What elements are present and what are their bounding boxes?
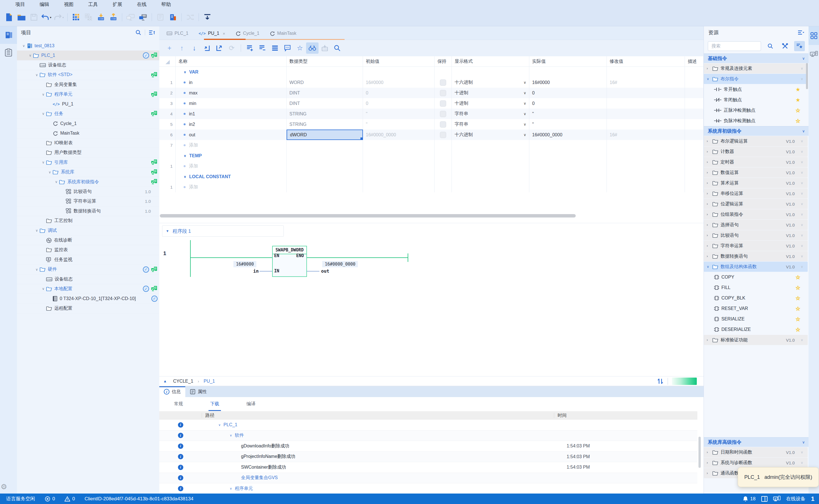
chevron-down-icon[interactable]: ∨: [523, 133, 526, 137]
tree-item[interactable]: 任务监视: [17, 255, 159, 265]
output-operand[interactable]: out: [321, 268, 329, 274]
tree-item[interactable]: ∨程序单元: [17, 90, 159, 99]
description-cell[interactable]: [685, 77, 704, 88]
tree-item[interactable]: 数据转换语句1.0: [17, 206, 159, 216]
favorite-star-icon[interactable]: ★: [796, 86, 800, 93]
name-cell[interactable]: out: [176, 130, 287, 140]
chevron-down-icon[interactable]: ∨: [523, 80, 526, 85]
format-cell[interactable]: 十六进制∨: [452, 130, 529, 140]
retain-cell[interactable]: [435, 119, 452, 130]
chevron-right-icon[interactable]: ›: [707, 233, 712, 237]
chevron-down-icon[interactable]: ∨: [230, 434, 232, 437]
resource-category[interactable]: ›常规及连接元素∨: [704, 63, 808, 74]
retain-checkbox[interactable]: [440, 90, 446, 96]
menu-item-3[interactable]: 工具: [81, 1, 105, 8]
modify-value-cell[interactable]: [607, 98, 685, 109]
chevron-down-icon[interactable]: ∨: [34, 73, 40, 77]
retain-cell[interactable]: [435, 130, 452, 140]
initial-value-cell[interactable]: '': [363, 109, 435, 119]
chevron-down-icon[interactable]: ∨: [802, 129, 805, 133]
description-cell[interactable]: [685, 98, 704, 109]
menu-item-6[interactable]: 帮助: [154, 1, 178, 8]
section-row[interactable]: ∨TEMP: [176, 150, 287, 161]
catalog-button[interactable]: [0, 44, 17, 61]
actual-value-cell[interactable]: 0: [529, 88, 607, 98]
resource-item[interactable]: RESET_VAR☆: [704, 303, 808, 314]
description-cell[interactable]: [685, 119, 704, 130]
tree-item[interactable]: 用户数据类型: [17, 148, 159, 158]
column-header[interactable]: 实际值: [529, 56, 607, 67]
column-header[interactable]: 数据类型: [287, 56, 363, 67]
subtab-1[interactable]: 下载: [210, 401, 219, 411]
chevron-down-icon[interactable]: ∨: [801, 171, 803, 175]
log-path-cell[interactable]: ∨PLC_1: [202, 422, 554, 427]
chevron-down-icon[interactable]: ∨: [801, 450, 803, 454]
resource-category[interactable]: ›位组装指令V1.0∨: [704, 209, 808, 219]
project-view-button[interactable]: [0, 26, 17, 44]
favorite-button[interactable]: ☆: [294, 42, 306, 54]
chevron-right-icon[interactable]: ›: [707, 66, 712, 70]
resource-category[interactable]: ›数值运算V1.0∨: [704, 167, 808, 178]
new-file-button[interactable]: [3, 12, 15, 23]
tree-item[interactable]: 工艺控制: [17, 216, 159, 226]
name-cell[interactable]: max: [176, 88, 287, 98]
resource-section-header[interactable]: 系统库初级指令∨: [704, 126, 809, 136]
horizontal-scrollbar[interactable]: [160, 214, 702, 217]
description-cell[interactable]: [685, 88, 704, 98]
chevron-right-icon[interactable]: ›: [707, 254, 712, 258]
chevron-down-icon[interactable]: ∨: [40, 92, 46, 96]
log-row[interactable]: i∨软件: [159, 430, 697, 441]
initial-value-cell[interactable]: 16#0000_0000: [363, 130, 435, 140]
menu-item-5[interactable]: 在线: [130, 1, 154, 8]
chevron-down-icon[interactable]: ∨: [801, 150, 803, 154]
log-path-cell[interactable]: ∨程序单元: [202, 486, 554, 492]
add-variable-button[interactable]: +: [163, 42, 176, 54]
format-cell[interactable]: 十六进制∨: [452, 77, 529, 88]
tools-icon[interactable]: [780, 41, 790, 51]
favorite-star-icon[interactable]: ☆: [796, 274, 800, 281]
initial-value-cell[interactable]: 16#0000: [363, 77, 435, 88]
upload-from-device-button[interactable]: IIOO: [107, 12, 120, 23]
favorite-star-icon[interactable]: ☆: [796, 295, 800, 301]
column-header[interactable]: 保持: [435, 56, 452, 67]
log-path-cell[interactable]: ∨软件: [202, 432, 554, 438]
resource-item[interactable]: FILL☆: [704, 283, 808, 293]
dropdown-caret-icon[interactable]: ▾: [50, 16, 51, 19]
list-view-button[interactable]: [269, 42, 281, 54]
delete-row-button[interactable]: [256, 42, 269, 54]
favorite-star-icon[interactable]: ☆: [796, 326, 800, 333]
retain-cell[interactable]: [435, 88, 452, 98]
tree-item[interactable]: 在线诊断: [17, 236, 159, 245]
log-row[interactable]: igDownloadInfo删除成功1:54:03 PM: [159, 441, 697, 452]
chevron-down-icon[interactable]: ∨: [801, 461, 803, 465]
column-header[interactable]: 修改值: [607, 56, 685, 67]
column-header[interactable]: 名称: [176, 56, 287, 67]
chevron-down-icon[interactable]: ∨: [523, 91, 526, 95]
type-cell[interactable]: STRING: [287, 119, 363, 130]
chevron-down-icon[interactable]: ∨: [801, 233, 803, 237]
format-cell[interactable]: 十进制∨: [452, 98, 529, 109]
chevron-down-icon[interactable]: ∨: [802, 56, 805, 61]
tree-item[interactable]: 监控表: [17, 245, 159, 255]
actual-value-cell[interactable]: 16#0000: [529, 77, 607, 88]
tree-item[interactable]: ∨PLC_1✓: [17, 51, 159, 60]
chevron-down-icon[interactable]: ∨: [218, 423, 221, 427]
add-variable-row[interactable]: 添加: [176, 161, 287, 171]
resource-category[interactable]: ›定时器V1.0∨: [704, 157, 808, 167]
retain-checkbox[interactable]: [440, 132, 446, 138]
chevron-down-icon[interactable]: ∨: [27, 53, 33, 57]
log-row[interactable]: i全局变量集合GVS: [159, 473, 697, 484]
output-value-badge[interactable]: 16#0000_0000: [322, 261, 358, 267]
resource-category[interactable]: ›选择语句V1.0∨: [704, 220, 808, 230]
search-icon[interactable]: [765, 41, 776, 51]
instruction-palette-button[interactable]: [809, 26, 819, 45]
chevron-down-icon[interactable]: ∨: [801, 338, 803, 342]
resource-scrollbar[interactable]: [806, 63, 808, 89]
tree-item[interactable]: </>PU_1: [17, 99, 159, 109]
resource-category[interactable]: ›算术运算V1.0∨: [704, 178, 808, 188]
chevron-down-icon[interactable]: ∨: [801, 139, 803, 143]
chevron-right-icon[interactable]: ›: [707, 171, 712, 175]
chevron-right-icon[interactable]: ›: [707, 139, 712, 143]
chevron-down-icon[interactable]: ∨: [230, 487, 232, 490]
actual-value-cell[interactable]: 16#0000_0000: [529, 130, 607, 140]
